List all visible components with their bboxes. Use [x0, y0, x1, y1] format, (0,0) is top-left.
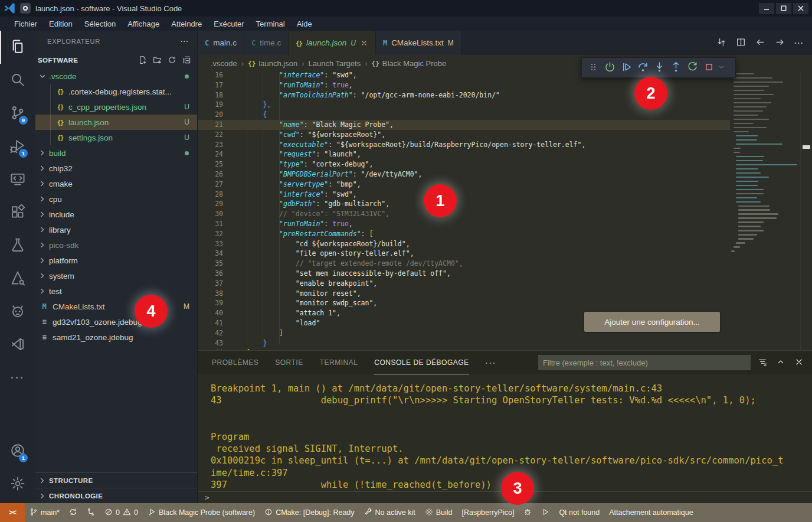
panel-tab-probl-mes[interactable]: PROBLÈMES: [212, 351, 258, 374]
tree-item-c_cpp_properties.json[interactable]: {}c_cpp_properties.jsonU: [35, 99, 197, 115]
tree-item-.cortex-debug.registers.stat...[interactable]: {}.cortex-debug.registers.stat...: [35, 84, 197, 99]
stop-button[interactable]: [700, 60, 717, 76]
panel-tab-console-de-d-bogage[interactable]: CONSOLE DE DÉBOGAGE: [374, 351, 469, 374]
code-line-38[interactable]: 38 "monitor reset",: [198, 289, 730, 299]
breadcrumb-item[interactable]: .vscode: [211, 59, 237, 68]
tree-item-chip32[interactable]: chip32: [35, 161, 197, 176]
activity-run-debug[interactable]: 1: [0, 130, 35, 163]
step-over-button[interactable]: [634, 60, 651, 76]
activity-cmake-tools[interactable]: [0, 262, 35, 295]
code-line-27[interactable]: 27 "servertype": "bmp",: [198, 180, 730, 190]
step-into-button[interactable]: [651, 60, 667, 76]
code-line-22[interactable]: 22 "cwd": "${workspaceRoot}",: [198, 130, 730, 140]
tab-cmakelists.txt[interactable]: MCMakeLists.txtM: [376, 31, 461, 55]
code-line-20[interactable]: 20 {: [198, 110, 730, 120]
tree-item-build[interactable]: build: [35, 145, 197, 161]
code-line-32[interactable]: 32 "preRestartCommands": [: [198, 229, 730, 239]
status-black-magic-probe-software-[interactable]: Black Magic Probe (software): [143, 503, 260, 522]
menu-sélection[interactable]: Sélection: [78, 19, 122, 28]
code-line-37[interactable]: 37 "enable breakpoint",: [198, 279, 730, 289]
restart-button[interactable]: [684, 60, 700, 76]
arrow-right-button[interactable]: [775, 37, 785, 49]
split-editor-button[interactable]: [736, 37, 746, 49]
arrow-left-button[interactable]: [755, 37, 765, 49]
code-line-23[interactable]: 23 "executable": "${workspaceRoot}/build…: [198, 140, 730, 150]
power-button[interactable]: [601, 60, 618, 76]
code-line-33[interactable]: 33 "cd ${workspaceRoot}/build",: [198, 239, 730, 249]
code-line-35[interactable]: 35 // "target extended-remote /dev/ttyAC…: [198, 259, 730, 269]
panel-tab-terminal[interactable]: TERMINAL: [320, 351, 358, 374]
status--raspberrypico-[interactable]: [RaspberryPico]: [457, 503, 519, 522]
tree-item-platform[interactable]: platform: [35, 253, 197, 268]
section-structure[interactable]: STRUCTURE: [35, 472, 197, 488]
step-out-button[interactable]: [667, 60, 684, 76]
debug-filter-input[interactable]: [543, 358, 746, 367]
code-line-24[interactable]: 24 "request": "launch",: [198, 149, 730, 159]
new-file-button[interactable]: [138, 56, 147, 66]
tree-item-.vscode[interactable]: .vscode: [35, 68, 197, 84]
scrollbar-handle[interactable]: [803, 145, 810, 149]
tree-item-gd32vf103_ozone.jdebug[interactable]: ≡gd32vf103_ozone.jdebug: [35, 314, 197, 329]
activity-platformio[interactable]: [0, 295, 35, 328]
close-button[interactable]: [793, 3, 808, 14]
tree-item-include[interactable]: include: [35, 207, 197, 222]
activity-testing[interactable]: [0, 229, 35, 262]
menu-terminal[interactable]: Terminal: [250, 19, 291, 28]
dropdown-button[interactable]: [717, 60, 726, 76]
code-line-36[interactable]: 36 "set mem inaccessible-by-default off"…: [198, 269, 730, 279]
activity-vs-solution[interactable]: [0, 328, 35, 361]
activity-extensions[interactable]: [0, 196, 35, 229]
activity-remote-explorer[interactable]: [0, 163, 35, 196]
remote-indicator[interactable]: ><: [0, 503, 25, 522]
menu-affichage[interactable]: Affichage: [122, 19, 165, 28]
activity-settings[interactable]: [0, 468, 35, 501]
tree-item-test[interactable]: test: [35, 283, 197, 299]
tree-item-library[interactable]: library: [35, 222, 197, 237]
minimap[interactable]: [730, 73, 800, 350]
status-qt-not-found[interactable]: Qt not found: [554, 503, 604, 522]
tree-item-system[interactable]: system: [35, 268, 197, 283]
tab-time.c[interactable]: Ctime.c: [244, 31, 289, 55]
menu-fichier[interactable]: Fichier: [8, 19, 43, 28]
status-item[interactable]: 00: [100, 503, 143, 522]
new-folder-button[interactable]: [153, 56, 162, 66]
activity-accounts[interactable]: 1: [0, 435, 35, 468]
code-line-34[interactable]: 34 "file open-story-teller.elf",: [198, 249, 730, 259]
code-line-28[interactable]: 28 "interface": "swd",: [198, 190, 730, 200]
menu-aide[interactable]: Aide: [291, 19, 318, 28]
close-button[interactable]: [794, 357, 804, 368]
continue-button[interactable]: [618, 60, 634, 76]
status-no-active-kit[interactable]: No active kit: [359, 503, 420, 522]
status-cmake-debug-ready[interactable]: CMake: [Debug]: Ready: [260, 503, 359, 522]
activity-more-views[interactable]: ···: [0, 361, 35, 394]
tree-item-pico-sdk[interactable]: pico-sdk: [35, 237, 197, 253]
status-build[interactable]: Build: [420, 503, 457, 522]
tab-main.c[interactable]: Cmain.c: [198, 31, 244, 55]
filter-clear-button[interactable]: [758, 357, 767, 368]
breadcrumb-item[interactable]: {}launch.json: [248, 59, 297, 68]
drag-handle-button[interactable]: [585, 60, 601, 76]
status-attachement-automatique[interactable]: Attachement automatique: [604, 503, 698, 522]
add-configuration-button[interactable]: Ajouter une configuration...: [584, 312, 720, 332]
code-line-25[interactable]: 25 "type": "cortex-debug",: [198, 159, 730, 169]
activity-source-control[interactable]: 9: [0, 97, 35, 130]
refresh-button[interactable]: [168, 56, 176, 66]
tree-item-samd21_ozone.jdebug[interactable]: ≡samd21_ozone.jdebug: [35, 329, 197, 345]
menu-exécuter[interactable]: Exécuter: [208, 19, 250, 28]
tree-item-cpu[interactable]: cpu: [35, 191, 197, 207]
status-bug[interactable]: [519, 503, 536, 522]
tree-item-cmake[interactable]: cmake: [35, 176, 197, 191]
collapse-all-button[interactable]: [182, 56, 191, 66]
code-line-26[interactable]: 26 "BMPGDBSerialPort": "/dev/ttyACM0",: [198, 169, 730, 180]
breadcrumb-item[interactable]: Launch Targets: [309, 59, 361, 68]
status-branch2[interactable]: [82, 503, 100, 522]
sidebar-more-actions-icon[interactable]: ···: [181, 38, 189, 45]
section-software[interactable]: SOFTWARE: [35, 52, 197, 68]
breadcrumb-item[interactable]: {}Black Magic Probe: [372, 59, 447, 68]
code-line-43[interactable]: 43 }: [198, 338, 730, 348]
open-changes-button[interactable]: [716, 37, 726, 49]
editor-scrollbar[interactable]: [800, 72, 812, 350]
maximize-button[interactable]: [776, 3, 791, 14]
tab-launch.json[interactable]: {}launch.jsonU: [289, 31, 376, 55]
close-tab-icon[interactable]: [360, 39, 368, 47]
